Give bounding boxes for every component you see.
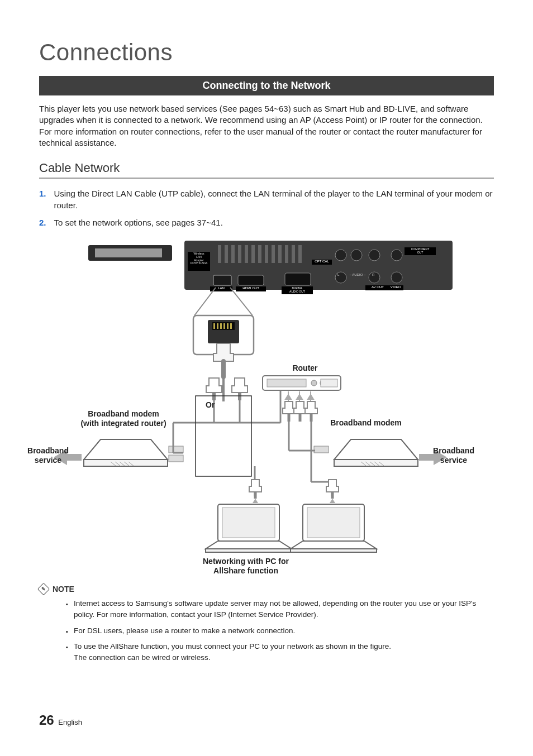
svg-rect-6 [238, 245, 241, 263]
svg-point-19 [335, 250, 346, 261]
svg-rect-40 [217, 323, 218, 329]
note-heading-row: ✎ NOTE [39, 585, 494, 594]
svg-point-23 [335, 272, 346, 283]
svg-marker-60 [285, 395, 291, 399]
subheading: Cable Network [39, 161, 494, 175]
note-text: To use the AllShare function, you must c… [74, 641, 391, 664]
svg-line-34 [194, 288, 216, 315]
modem-plain-label: Broadband modem [318, 418, 413, 428]
note-item: ▪To use the AllShare function, you must … [66, 641, 494, 664]
step-number: 1. [39, 188, 46, 211]
broadband-right-label: Broadband service [420, 446, 487, 465]
svg-rect-3 [218, 245, 221, 263]
subheading-divider: Cable Network [39, 161, 494, 179]
or-label: Or [206, 400, 215, 410]
video-label: VIDEO [388, 285, 403, 289]
svg-rect-8 [251, 245, 255, 263]
note-heading: NOTE [53, 585, 74, 594]
svg-rect-15 [298, 245, 302, 263]
svg-rect-43 [227, 323, 229, 329]
svg-rect-100 [307, 508, 360, 538]
svg-marker-62 [297, 395, 302, 399]
note-item: ▪Internet access to Samsung's software u… [66, 598, 494, 621]
router-label: Router [283, 363, 327, 373]
svg-marker-96 [330, 499, 335, 503]
note-icon: ✎ [37, 583, 50, 596]
audio-r-label: R [372, 273, 374, 276]
svg-rect-17 [238, 275, 264, 285]
section-banner: Connecting to the Network [39, 76, 494, 95]
pc-caption-label: Networking with PC for AllShare function [184, 557, 307, 576]
svg-marker-94 [253, 499, 258, 503]
notes-list: ▪Internet access to Samsung's software u… [66, 598, 494, 663]
svg-rect-10 [265, 245, 268, 263]
broadband-left-label: Broadband service [15, 446, 82, 465]
svg-rect-39 [213, 323, 215, 329]
svg-rect-18 [285, 273, 311, 285]
note-item: ▪For DSL users, please use a router to m… [66, 625, 494, 637]
component-label: COMPONENT OUT [404, 248, 436, 254]
svg-line-35 [230, 288, 253, 315]
diagram-svg [39, 234, 494, 580]
svg-rect-98 [222, 508, 275, 538]
hdmi-label: HDMI OUT [236, 286, 266, 290]
svg-rect-16 [213, 275, 231, 285]
step-text: Using the Direct LAN Cable (UTP cable), … [54, 188, 494, 211]
svg-rect-7 [245, 245, 248, 263]
note-text: For DSL users, please use a router to ma… [74, 625, 295, 637]
wlan-adapter-label: Wireless LAN Adapter DC5V 518mA [188, 252, 210, 265]
svg-point-25 [391, 272, 402, 283]
bullet-icon: ▪ [66, 598, 68, 621]
svg-rect-2 [95, 248, 162, 257]
svg-point-56 [311, 380, 317, 386]
bullet-icon: ▪ [66, 625, 68, 637]
svg-rect-12 [278, 245, 282, 263]
svg-rect-74 [169, 455, 183, 462]
svg-rect-73 [169, 446, 183, 453]
svg-rect-4 [225, 245, 228, 263]
svg-rect-41 [220, 323, 222, 329]
digital-audio-label: DIGITAL AUDIO OUT [282, 287, 313, 293]
lan-port-label: LAN [210, 286, 232, 290]
svg-point-21 [369, 250, 380, 261]
modem-integrated-label: Broadband modem (with integrated router) [76, 409, 171, 428]
svg-rect-55 [267, 379, 306, 387]
page-footer: 26 English [39, 712, 82, 728]
avout-label: AV OUT [365, 285, 390, 289]
svg-rect-101 [196, 396, 251, 476]
step-2: 2. To set the network options, see pages… [39, 217, 494, 228]
svg-rect-42 [223, 323, 225, 329]
svg-rect-14 [292, 245, 295, 263]
step-number: 2. [39, 217, 46, 228]
note-text: Internet access to Samsung's software up… [74, 598, 494, 621]
svg-point-22 [391, 250, 402, 261]
network-diagram: Wireless LAN Adapter DC5V 518mA LAN HDMI… [39, 234, 494, 580]
svg-rect-13 [285, 245, 288, 263]
step-1: 1. Using the Direct LAN Cable (UTP cable… [39, 188, 494, 211]
svg-rect-9 [258, 245, 261, 263]
step-text: To set the network options, see pages 37… [54, 217, 494, 228]
page-number: 26 [39, 712, 54, 728]
svg-marker-64 [308, 395, 313, 399]
svg-point-20 [351, 250, 362, 261]
svg-rect-44 [230, 323, 232, 329]
svg-rect-58 [321, 379, 337, 387]
audio-lr-label: – AUDIO – [345, 273, 370, 276]
audio-l-label: L [337, 273, 339, 276]
intro-paragraph: This player lets you use network based s… [39, 103, 494, 149]
svg-rect-5 [231, 245, 235, 263]
footer-lang: English [58, 718, 82, 726]
svg-rect-11 [272, 245, 275, 263]
optical-label: OPTICAL [312, 260, 332, 263]
svg-rect-76 [314, 446, 329, 453]
bullet-icon: ▪ [66, 641, 68, 664]
page-title: Connections [39, 39, 494, 66]
